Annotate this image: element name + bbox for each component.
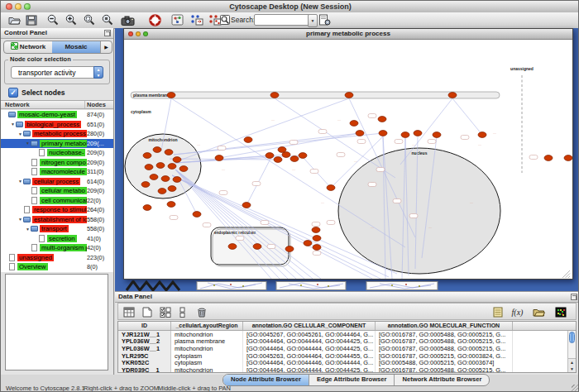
network-node[interactable]	[266, 153, 274, 159]
tree-row[interactable]: macromolecule311(0)	[1, 167, 113, 177]
column-header[interactable]: annotation.GO CELLULAR_COMPONENT	[243, 322, 376, 330]
network-node[interactable]	[145, 165, 153, 170]
view-resize-grip[interactable]	[568, 276, 570, 278]
table-row[interactable]: YDR039C__1mitochondrion[GO:0044464, GO:0…	[118, 366, 576, 373]
network-node[interactable]	[327, 185, 335, 191]
network-node[interactable]	[165, 150, 173, 155]
network-node[interactable]	[156, 163, 165, 169]
network-node[interactable]	[290, 156, 299, 162]
network-node[interactable]	[282, 152, 290, 158]
network-node[interactable]	[244, 137, 252, 143]
network-node[interactable]	[285, 246, 294, 252]
tree-row[interactable]: secretion41(0)	[1, 234, 113, 244]
table-row[interactable]: YJR121W__1mitochondrion[GO:0045267, GO:0…	[118, 331, 576, 338]
network-node[interactable]	[143, 205, 151, 211]
search-input[interactable]	[254, 14, 310, 26]
scrollbar-arrows-icon[interactable]: ▲▼	[568, 358, 576, 372]
network-node[interactable]	[228, 244, 237, 250]
formula-icon[interactable]: f(x)	[510, 305, 524, 318]
zoom-in-icon[interactable]	[64, 13, 79, 26]
network-node[interactable]	[313, 245, 321, 251]
network-canvas[interactable]: plasma membranecytoplasmnucleusmitochond…	[124, 39, 572, 279]
tree-expand-icon[interactable]: ▼	[17, 131, 23, 136]
column-header[interactable]: ID	[118, 322, 171, 330]
unselect-attributes-icon[interactable]	[176, 305, 190, 318]
tree-row[interactable]: cellular metabo209(0)	[1, 186, 113, 196]
notes-icon[interactable]	[490, 305, 505, 318]
import-attributes-icon[interactable]	[532, 305, 546, 318]
network-overview-icon[interactable]	[170, 13, 184, 26]
network-node[interactable]	[168, 186, 176, 192]
more-tabs-arrow-icon[interactable]: ▶	[100, 41, 112, 53]
network-node[interactable]	[173, 157, 181, 163]
network-node[interactable]	[414, 131, 422, 136]
network-node[interactable]	[304, 241, 312, 246]
select-nodes-checkbox[interactable]: ✓	[8, 88, 18, 98]
network-node[interactable]	[215, 155, 223, 161]
float-panel-icon[interactable]	[571, 294, 577, 300]
zoom-selected-icon[interactable]	[100, 13, 115, 26]
network-node[interactable]	[270, 93, 279, 98]
attribute-wizard-icon[interactable]	[317, 13, 332, 26]
snapshot-icon[interactable]	[120, 13, 135, 26]
birds-eye-view[interactable]	[5, 274, 108, 370]
network-node[interactable]	[242, 203, 251, 208]
tree-column-network[interactable]: Network	[1, 101, 84, 108]
tree-column-nodes[interactable]: Nodes	[84, 101, 113, 108]
tree-row[interactable]: nitrogen compo209(0)	[1, 158, 113, 168]
open-icon[interactable]	[7, 13, 22, 26]
attribute-table-icon[interactable]	[122, 305, 136, 318]
float-panel-icon[interactable]	[104, 30, 111, 36]
tab-mosaic[interactable]: Mosaic	[52, 41, 100, 53]
matrix-view-icon[interactable]	[553, 305, 567, 318]
network-node[interactable]	[299, 153, 307, 159]
network-node[interactable]	[168, 164, 176, 170]
tree-expand-icon[interactable]: ▼	[25, 227, 31, 232]
network-node[interactable]	[253, 244, 261, 250]
network-node[interactable]	[379, 131, 387, 136]
column-header[interactable]: _cellularLayoutRegion	[171, 322, 243, 330]
network-node[interactable]	[345, 93, 353, 98]
tree-expand-icon[interactable]: ▼	[17, 217, 23, 222]
network-node[interactable]	[544, 155, 553, 161]
network-view-window[interactable]: primary metabolic process plasma membran…	[123, 28, 573, 280]
help-icon[interactable]	[147, 13, 162, 26]
color-attribute-select[interactable]: transporter activity ▲▼	[11, 66, 103, 79]
table-scrollbar[interactable]: ▲▼	[567, 331, 576, 372]
network-node[interactable]	[350, 121, 358, 127]
table-row[interactable]: YPL036W__1mitochondrion[GO:0044464, GO:0…	[118, 345, 576, 352]
network-node[interactable]	[153, 147, 161, 153]
network-node[interactable]	[564, 155, 572, 161]
zoom-fit-icon[interactable]	[82, 13, 97, 26]
tree-expand-icon[interactable]: ▼	[17, 179, 23, 184]
tree-expand-icon[interactable]: ▼	[10, 122, 16, 127]
network-node[interactable]	[141, 182, 150, 188]
new-attribute-icon[interactable]	[140, 305, 154, 318]
network-node[interactable]	[143, 153, 151, 159]
network-node[interactable]	[378, 117, 386, 122]
attribute-table-header[interactable]: ID_cellularLayoutRegionannotation.GO CEL…	[118, 322, 576, 331]
layout-blue-icon[interactable]	[189, 13, 204, 26]
network-node[interactable]	[150, 174, 158, 180]
network-node[interactable]	[478, 132, 486, 138]
tab-network[interactable]: Network	[4, 41, 52, 53]
tree-row[interactable]: ▼metabolic process280(0)	[1, 129, 113, 139]
network-node[interactable]	[274, 157, 282, 163]
network-node[interactable]	[448, 93, 457, 98]
table-row[interactable]: YPL036W__2plasma membrane[GO:0044464, GO…	[118, 338, 576, 346]
tree-row[interactable]: ▼cellular process614(0)	[1, 177, 113, 187]
network-node[interactable]	[356, 131, 364, 136]
column-header[interactable]: annotation.GO MOLECULAR_FUNCTION	[376, 322, 513, 330]
tree-row[interactable]: multi-organism pro42(0)	[1, 243, 113, 253]
resize-grip[interactable]	[572, 385, 579, 392]
table-row[interactable]: YLR295Ccytoplasm[GO:0045263, GO:0044464,…	[118, 352, 576, 360]
network-node[interactable]	[167, 202, 175, 208]
network-node[interactable]	[167, 93, 175, 98]
tree-row[interactable]: unassigned223(0)	[1, 253, 113, 263]
network-node[interactable]	[179, 166, 188, 172]
scrollbar-thumb[interactable]	[569, 332, 575, 343]
tree-row[interactable]: ▼biological_process651(0)	[1, 120, 113, 130]
network-node[interactable]	[193, 212, 201, 218]
table-row[interactable]: YKR052Ccytoplasm[GO:0044464, GO:0044446,…	[118, 359, 576, 366]
select-attributes-icon[interactable]	[158, 305, 172, 318]
